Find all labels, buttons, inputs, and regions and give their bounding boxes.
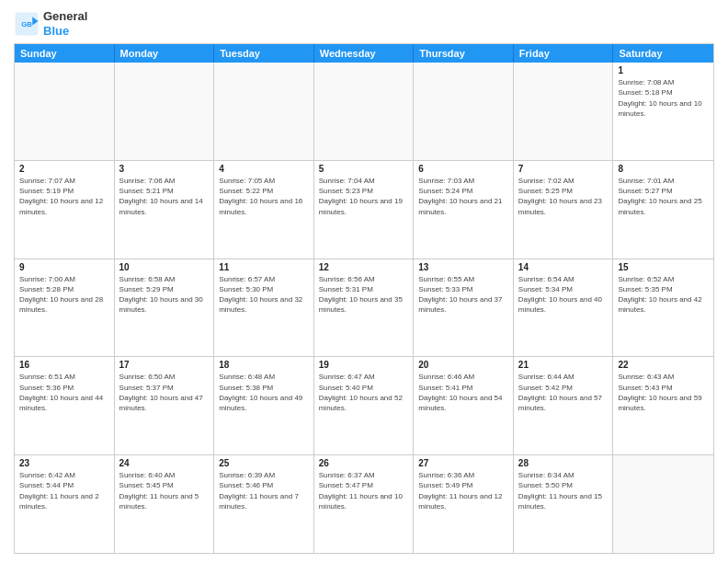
calendar-cell: 3Sunrise: 7:06 AM Sunset: 5:21 PM Daylig… (115, 161, 215, 259)
calendar-cell: 4Sunrise: 7:05 AM Sunset: 5:22 PM Daylig… (214, 161, 314, 259)
day-number: 15 (618, 262, 709, 272)
calendar-cell (613, 455, 713, 553)
day-info: Sunrise: 6:39 AM Sunset: 5:46 PM Dayligh… (219, 470, 309, 511)
calendar-header-cell: Thursday (414, 44, 514, 63)
calendar-cell: 23Sunrise: 6:42 AM Sunset: 5:44 PM Dayli… (15, 455, 115, 553)
page: GB General Blue SundayMondayTuesdayWedne… (0, 0, 728, 563)
day-number: 27 (418, 458, 508, 468)
calendar-cell: 14Sunrise: 6:54 AM Sunset: 5:34 PM Dayli… (514, 259, 614, 357)
calendar-cell: 10Sunrise: 6:58 AM Sunset: 5:29 PM Dayli… (115, 259, 215, 357)
day-info: Sunrise: 7:05 AM Sunset: 5:22 PM Dayligh… (219, 176, 309, 217)
calendar-header-cell: Saturday (613, 44, 713, 63)
calendar-cell: 20Sunrise: 6:46 AM Sunset: 5:41 PM Dayli… (414, 357, 514, 454)
day-info: Sunrise: 6:48 AM Sunset: 5:38 PM Dayligh… (219, 372, 309, 413)
calendar-cell: 2Sunrise: 7:07 AM Sunset: 5:19 PM Daylig… (15, 161, 115, 259)
day-number: 19 (319, 360, 409, 370)
calendar-cell: 11Sunrise: 6:57 AM Sunset: 5:30 PM Dayli… (214, 259, 314, 357)
day-info: Sunrise: 7:06 AM Sunset: 5:21 PM Dayligh… (119, 176, 210, 217)
logo: GB General Blue (14, 9, 87, 38)
day-number: 9 (19, 262, 109, 272)
day-number: 8 (618, 164, 709, 174)
day-info: Sunrise: 6:36 AM Sunset: 5:49 PM Dayligh… (418, 470, 508, 511)
day-number: 21 (518, 360, 609, 370)
day-number: 20 (418, 360, 508, 370)
day-info: Sunrise: 6:51 AM Sunset: 5:36 PM Dayligh… (19, 372, 109, 413)
logo-icon: GB (14, 11, 40, 37)
calendar-row: 9Sunrise: 7:00 AM Sunset: 5:28 PM Daylig… (15, 259, 713, 357)
calendar-cell (115, 63, 215, 160)
day-number: 18 (219, 360, 309, 370)
calendar-cell (214, 63, 314, 160)
calendar-cell (314, 63, 415, 160)
calendar-cell: 19Sunrise: 6:47 AM Sunset: 5:40 PM Dayli… (314, 357, 415, 454)
day-number: 1 (618, 65, 709, 75)
day-info: Sunrise: 7:02 AM Sunset: 5:25 PM Dayligh… (518, 176, 609, 217)
calendar-cell: 27Sunrise: 6:36 AM Sunset: 5:49 PM Dayli… (414, 455, 514, 553)
day-info: Sunrise: 6:50 AM Sunset: 5:37 PM Dayligh… (119, 372, 210, 413)
calendar-cell: 26Sunrise: 6:37 AM Sunset: 5:47 PM Dayli… (314, 455, 415, 553)
calendar-cell: 28Sunrise: 6:34 AM Sunset: 5:50 PM Dayli… (514, 455, 614, 553)
header: GB General Blue (14, 9, 714, 38)
day-number: 17 (119, 360, 210, 370)
day-number: 2 (19, 164, 109, 174)
day-info: Sunrise: 6:42 AM Sunset: 5:44 PM Dayligh… (19, 470, 109, 511)
calendar-cell: 24Sunrise: 6:40 AM Sunset: 5:45 PM Dayli… (115, 455, 215, 553)
calendar-cell: 1Sunrise: 7:08 AM Sunset: 5:18 PM Daylig… (613, 63, 713, 160)
calendar-cell: 5Sunrise: 7:04 AM Sunset: 5:23 PM Daylig… (314, 161, 415, 259)
calendar-cell: 12Sunrise: 6:56 AM Sunset: 5:31 PM Dayli… (314, 259, 415, 357)
day-number: 24 (119, 458, 210, 468)
day-info: Sunrise: 6:56 AM Sunset: 5:31 PM Dayligh… (319, 274, 409, 316)
calendar-cell (414, 63, 514, 160)
day-number: 3 (119, 164, 210, 174)
day-number: 6 (418, 164, 508, 174)
calendar-cell: 15Sunrise: 6:52 AM Sunset: 5:35 PM Dayli… (613, 259, 713, 357)
day-number: 23 (19, 458, 109, 468)
day-info: Sunrise: 7:07 AM Sunset: 5:19 PM Dayligh… (19, 176, 109, 217)
logo-text: General Blue (43, 9, 87, 38)
calendar-cell: 8Sunrise: 7:01 AM Sunset: 5:27 PM Daylig… (613, 161, 713, 259)
calendar-cell (15, 63, 115, 160)
calendar-header-cell: Wednesday (314, 44, 415, 63)
day-number: 25 (219, 458, 309, 468)
day-number: 4 (219, 164, 309, 174)
day-info: Sunrise: 7:08 AM Sunset: 5:18 PM Dayligh… (618, 77, 709, 119)
calendar-cell: 21Sunrise: 6:44 AM Sunset: 5:42 PM Dayli… (514, 357, 614, 454)
calendar-body: 1Sunrise: 7:08 AM Sunset: 5:18 PM Daylig… (15, 63, 713, 553)
calendar-cell: 9Sunrise: 7:00 AM Sunset: 5:28 PM Daylig… (15, 259, 115, 357)
day-info: Sunrise: 6:44 AM Sunset: 5:42 PM Dayligh… (518, 372, 609, 413)
day-info: Sunrise: 7:04 AM Sunset: 5:23 PM Dayligh… (319, 176, 409, 217)
calendar-cell: 17Sunrise: 6:50 AM Sunset: 5:37 PM Dayli… (115, 357, 215, 454)
day-info: Sunrise: 6:34 AM Sunset: 5:50 PM Dayligh… (518, 470, 609, 511)
day-info: Sunrise: 6:43 AM Sunset: 5:43 PM Dayligh… (618, 372, 709, 413)
calendar-row: 1Sunrise: 7:08 AM Sunset: 5:18 PM Daylig… (15, 63, 713, 160)
calendar-cell: 25Sunrise: 6:39 AM Sunset: 5:46 PM Dayli… (214, 455, 314, 553)
day-info: Sunrise: 6:52 AM Sunset: 5:35 PM Dayligh… (618, 274, 709, 316)
calendar-row: 2Sunrise: 7:07 AM Sunset: 5:19 PM Daylig… (15, 160, 713, 259)
calendar-cell: 22Sunrise: 6:43 AM Sunset: 5:43 PM Dayli… (613, 357, 713, 454)
day-number: 22 (618, 360, 709, 370)
day-info: Sunrise: 7:03 AM Sunset: 5:24 PM Dayligh… (418, 176, 508, 217)
day-info: Sunrise: 6:37 AM Sunset: 5:47 PM Dayligh… (319, 470, 409, 511)
day-info: Sunrise: 6:58 AM Sunset: 5:29 PM Dayligh… (119, 274, 210, 316)
day-number: 7 (518, 164, 609, 174)
calendar-cell: 16Sunrise: 6:51 AM Sunset: 5:36 PM Dayli… (15, 357, 115, 454)
day-number: 10 (119, 262, 210, 272)
calendar-header-cell: Tuesday (214, 44, 314, 63)
calendar-cell: 18Sunrise: 6:48 AM Sunset: 5:38 PM Dayli… (214, 357, 314, 454)
day-info: Sunrise: 6:54 AM Sunset: 5:34 PM Dayligh… (518, 274, 609, 316)
day-info: Sunrise: 6:55 AM Sunset: 5:33 PM Dayligh… (418, 274, 508, 316)
day-number: 14 (518, 262, 609, 272)
day-number: 12 (319, 262, 409, 272)
day-info: Sunrise: 7:01 AM Sunset: 5:27 PM Dayligh… (618, 176, 709, 217)
calendar-header-cell: Sunday (15, 44, 115, 63)
day-info: Sunrise: 6:46 AM Sunset: 5:41 PM Dayligh… (418, 372, 508, 413)
calendar-header-cell: Friday (514, 44, 614, 63)
calendar-cell: 13Sunrise: 6:55 AM Sunset: 5:33 PM Dayli… (414, 259, 514, 357)
calendar: SundayMondayTuesdayWednesdayThursdayFrid… (14, 43, 714, 554)
calendar-row: 16Sunrise: 6:51 AM Sunset: 5:36 PM Dayli… (15, 356, 713, 454)
day-number: 26 (319, 458, 409, 468)
day-number: 11 (219, 262, 309, 272)
svg-text:GB: GB (21, 20, 32, 29)
calendar-header: SundayMondayTuesdayWednesdayThursdayFrid… (15, 44, 713, 63)
day-number: 13 (418, 262, 508, 272)
